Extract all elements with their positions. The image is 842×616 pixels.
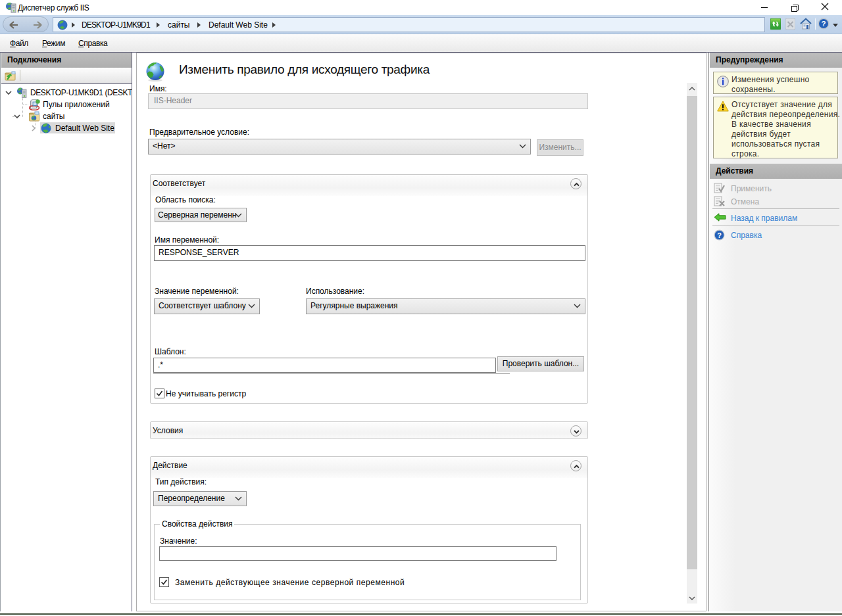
svg-text:?: ? (821, 20, 826, 28)
svg-text:?: ? (717, 231, 722, 239)
